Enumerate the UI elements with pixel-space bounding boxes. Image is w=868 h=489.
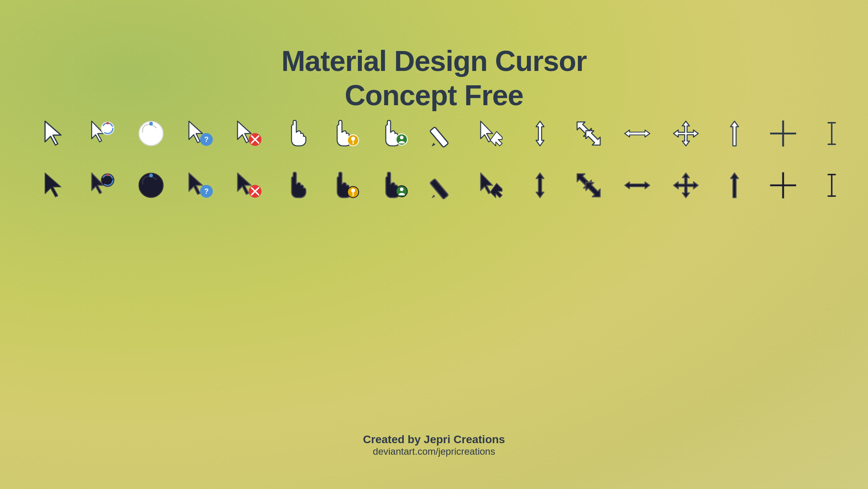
resize-nwse-dark-icon (575, 171, 603, 199)
dark-cursor-row: ? (40, 171, 828, 199)
svg-text:?: ? (204, 136, 209, 143)
resize-all-dark-icon (672, 171, 700, 199)
svg-point-2 (106, 122, 109, 124)
arrow-help-light-icon: ? (186, 120, 214, 147)
arrow-light-icon (40, 120, 68, 147)
svg-rect-35 (430, 179, 448, 199)
arrow-loading-light-icon (88, 120, 116, 147)
footer-url: deviantart.com/jepricreations (0, 446, 868, 457)
resize-ns-dark-icon (526, 171, 554, 199)
busy-dark-icon (137, 171, 165, 199)
svg-point-5 (149, 122, 153, 126)
text-cursor-dark-icon (818, 171, 846, 199)
crosshair-dark-icon (769, 171, 797, 199)
pointer-person-light-icon (380, 120, 408, 147)
pointer-pin-light-icon (332, 120, 359, 147)
pointer-light-icon (283, 120, 311, 147)
arrow-help-dark-icon: ? (186, 171, 214, 199)
pointer-dark-icon (283, 171, 311, 199)
svg-point-34 (400, 188, 404, 191)
light-cursor-row: ? (40, 120, 828, 147)
svg-point-25 (149, 174, 153, 177)
pointer-pin-dark-icon (332, 171, 359, 199)
svg-rect-15 (430, 127, 448, 147)
resize-n-light-icon (721, 120, 748, 147)
pencil-light-icon (429, 120, 457, 147)
arrow-notallowed-dark-icon (234, 171, 262, 199)
svg-point-32 (351, 189, 355, 192)
pencil-dark-icon (429, 171, 457, 199)
svg-point-23 (106, 174, 109, 176)
arrow-dark-icon (40, 171, 68, 199)
arrow-select-dark-icon (477, 171, 505, 199)
svg-point-14 (400, 136, 404, 139)
resize-all-light-icon (672, 120, 700, 147)
page-title: Material Design Cursor Concept Free (0, 44, 868, 113)
resize-ew-light-icon (623, 120, 651, 147)
resize-ew-dark-icon (623, 171, 651, 199)
resize-nwse-light-icon (575, 120, 603, 147)
title-line1: Material Design Cursor (281, 45, 587, 77)
title-line2: Concept Free (345, 79, 523, 111)
title-section: Material Design Cursor Concept Free (0, 44, 868, 113)
crosshair-light-icon (769, 120, 797, 147)
arrow-notallowed-light-icon (234, 120, 262, 147)
resize-n-dark-icon (721, 171, 748, 199)
pointer-person-dark-icon (380, 171, 408, 199)
arrow-select-light-icon (477, 120, 505, 147)
arrow-loading-dark-icon (88, 171, 116, 199)
footer-section: Created by Jepri Creations deviantart.co… (0, 433, 868, 457)
resize-ns-light-icon (526, 120, 554, 147)
svg-point-12 (351, 137, 355, 141)
cursors-section: ? (40, 120, 828, 199)
text-cursor-light-icon (818, 120, 846, 147)
svg-text:?: ? (204, 187, 209, 195)
busy-light-icon (137, 120, 165, 147)
footer-creator: Created by Jepri Creations (0, 433, 868, 446)
